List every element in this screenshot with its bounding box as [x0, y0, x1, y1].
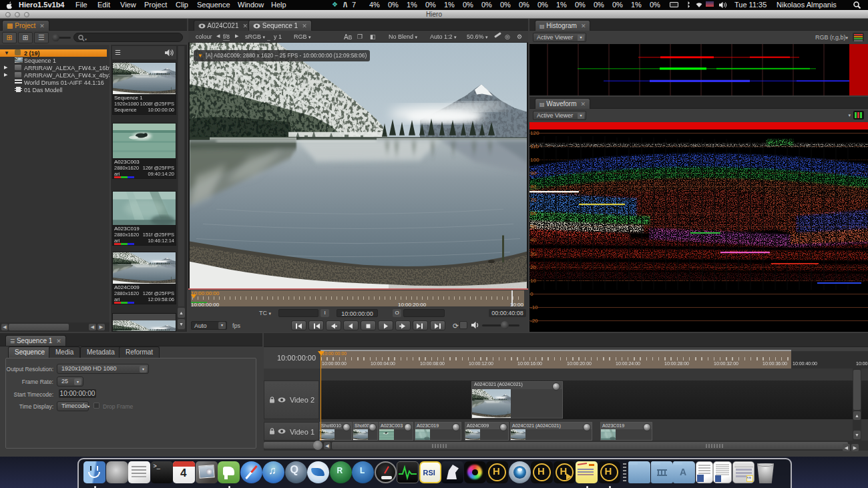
- svg-text:50: 50: [530, 224, 536, 230]
- svg-text:70: 70: [530, 197, 536, 203]
- svg-text:90: 90: [530, 170, 536, 176]
- svg-text:20: 20: [530, 264, 536, 270]
- svg-text:-20: -20: [530, 318, 538, 324]
- svg-text:60: 60: [530, 210, 536, 216]
- svg-text:100: 100: [530, 157, 539, 163]
- svg-text:0: 0: [530, 291, 533, 297]
- svg-text:-10: -10: [530, 304, 538, 310]
- svg-text:30: 30: [530, 251, 536, 257]
- svg-text:40: 40: [530, 237, 536, 243]
- svg-text:120: 120: [530, 130, 539, 136]
- svg-text:10: 10: [530, 278, 536, 284]
- svg-text:80: 80: [530, 184, 536, 190]
- svg-text:110: 110: [530, 144, 539, 150]
